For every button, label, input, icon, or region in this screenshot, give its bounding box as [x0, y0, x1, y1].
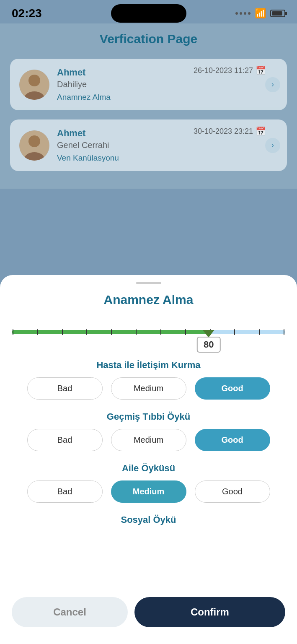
card-procedure-1: Anamnez Alma — [57, 93, 278, 102]
slider-thumb[interactable]: 80 — [197, 330, 220, 353]
slider-ticks — [12, 330, 285, 334]
calendar-icon-1: 📅 — [256, 65, 266, 75]
card-1[interactable]: 26-10-2023 11:27 📅 Ahmet Dahiliye Anamne… — [10, 59, 287, 110]
card-info-1: 26-10-2023 11:27 📅 Ahmet Dahiliye Anamne… — [57, 67, 278, 102]
bottom-buttons: Cancel Confirm — [12, 597, 285, 627]
svg-point-4 — [28, 135, 40, 147]
section-gecmis-tibbi: Geçmiş Tıbbi Öykü Bad Medium Good — [12, 411, 285, 451]
card-procedure-2: Ven Kanülasyonu — [57, 153, 278, 163]
rating-good-1[interactable]: Good — [195, 377, 270, 400]
chevron-icon-2[interactable]: › — [265, 138, 280, 153]
rating-medium-2[interactable]: Medium — [111, 429, 186, 451]
slider-value: 80 — [197, 337, 220, 353]
rating-good-3[interactable]: Good — [195, 480, 270, 503]
card-date-1: 26-10-2023 11:27 📅 — [194, 65, 266, 75]
rating-medium-1[interactable]: Medium — [111, 377, 186, 400]
section-title-4: Sosyal Öykü — [12, 514, 285, 525]
rating-group-2: Bad Medium Good — [12, 429, 285, 451]
section-title-2: Geçmiş Tıbbi Öykü — [12, 411, 285, 422]
signal-dots — [235, 12, 251, 15]
battery-icon — [270, 10, 285, 17]
rating-good-2[interactable]: Good — [195, 429, 270, 451]
status-time: 02:23 — [12, 7, 42, 20]
rating-bad-1[interactable]: Bad — [27, 377, 103, 400]
svg-point-1 — [28, 75, 40, 86]
sheet-title: Anamnez Alma — [12, 293, 285, 307]
section-title-1: Hasta ile İletişim Kurma — [12, 360, 285, 371]
status-icons: 📶 — [235, 8, 285, 19]
avatar-2 — [19, 130, 49, 161]
slider-wrapper: 80 — [12, 319, 285, 345]
slider-container[interactable]: 80 — [12, 319, 285, 345]
status-bar: 02:23 📶 — [0, 0, 297, 23]
slider-track[interactable]: 80 — [12, 330, 285, 334]
bg-page: Verfication Page 26-10-2023 11:27 📅 Ahme… — [0, 23, 297, 189]
card-info-2: 30-10-2023 23:21 📅 Ahmet Genel Cerrahi V… — [57, 128, 278, 163]
rating-group-1: Bad Medium Good — [12, 377, 285, 400]
rating-medium-3[interactable]: Medium — [111, 480, 186, 503]
card-2[interactable]: 30-10-2023 23:21 📅 Ahmet Genel Cerrahi V… — [10, 119, 287, 171]
section-sosyal-oyku: Sosyal Öykü — [12, 514, 285, 525]
sheet-handle — [136, 282, 161, 284]
bottom-sheet: Anamnez Alma — [0, 275, 297, 644]
section-hasta-iletisim: Hasta ile İletişim Kurma Bad Medium Good — [12, 360, 285, 400]
rating-bad-2[interactable]: Bad — [27, 429, 103, 451]
cancel-button[interactable]: Cancel — [12, 597, 128, 627]
card-date-2: 30-10-2023 23:21 📅 — [194, 126, 266, 136]
section-title-3: Aile Öyküsü — [12, 463, 285, 474]
card-department-2: Genel Cerrahi — [57, 140, 278, 150]
wifi-icon: 📶 — [255, 8, 266, 19]
chevron-icon-1[interactable]: › — [265, 77, 280, 92]
calendar-icon-2: 📅 — [256, 126, 266, 136]
card-department-1: Dahiliye — [57, 80, 278, 89]
rating-group-3: Bad Medium Good — [12, 480, 285, 503]
avatar-1 — [19, 70, 49, 100]
confirm-button[interactable]: Confirm — [134, 597, 285, 627]
page-title: Verfication Page — [10, 32, 287, 46]
rating-bad-3[interactable]: Bad — [27, 480, 103, 503]
notch — [111, 4, 186, 23]
section-aile-oyku: Aile Öyküsü Bad Medium Good — [12, 463, 285, 503]
